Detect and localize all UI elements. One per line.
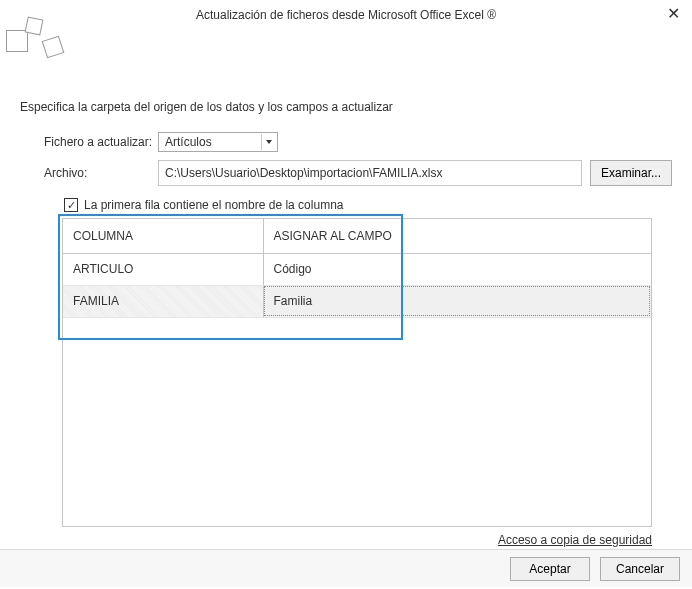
table-header-column: COLUMNA [63, 219, 263, 253]
accept-button[interactable]: Aceptar [510, 557, 590, 581]
table-cell-assign[interactable]: Familia [263, 285, 651, 317]
file-to-update-select[interactable]: Artículos [158, 132, 278, 152]
close-icon[interactable]: ✕ [661, 2, 686, 25]
file-path-label: Archivo: [44, 166, 158, 180]
first-row-header-checkbox[interactable] [64, 198, 78, 212]
table-header-assign: ASIGNAR AL CAMPO [263, 219, 651, 253]
table-cell-assign[interactable]: Código [263, 253, 651, 285]
backup-link[interactable]: Acceso a copia de seguridad [498, 533, 652, 547]
file-path-input[interactable] [158, 160, 582, 186]
column-mapping-table: COLUMNA ASIGNAR AL CAMPO ARTICULO Código… [62, 218, 652, 527]
intro-text: Especifica la carpeta del origen de los … [20, 100, 672, 114]
chevron-down-icon[interactable] [261, 134, 276, 150]
footer: Aceptar Cancelar [0, 549, 692, 587]
table-cell-column: ARTICULO [63, 253, 263, 285]
file-to-update-label: Fichero a actualizar: [44, 135, 158, 149]
window-title: Actualización de ficheros desde Microsof… [8, 8, 684, 22]
cancel-button[interactable]: Cancelar [600, 557, 680, 581]
select-value: Artículos [158, 132, 278, 152]
browse-button[interactable]: Examinar... [590, 160, 672, 186]
table-row[interactable]: ARTICULO Código [63, 253, 651, 285]
table-cell-column: FAMILIA [63, 285, 263, 317]
table-row[interactable]: FAMILIA Familia [63, 285, 651, 317]
first-row-header-label: La primera fila contiene el nombre de la… [84, 198, 343, 212]
app-logo-icon [6, 14, 66, 64]
